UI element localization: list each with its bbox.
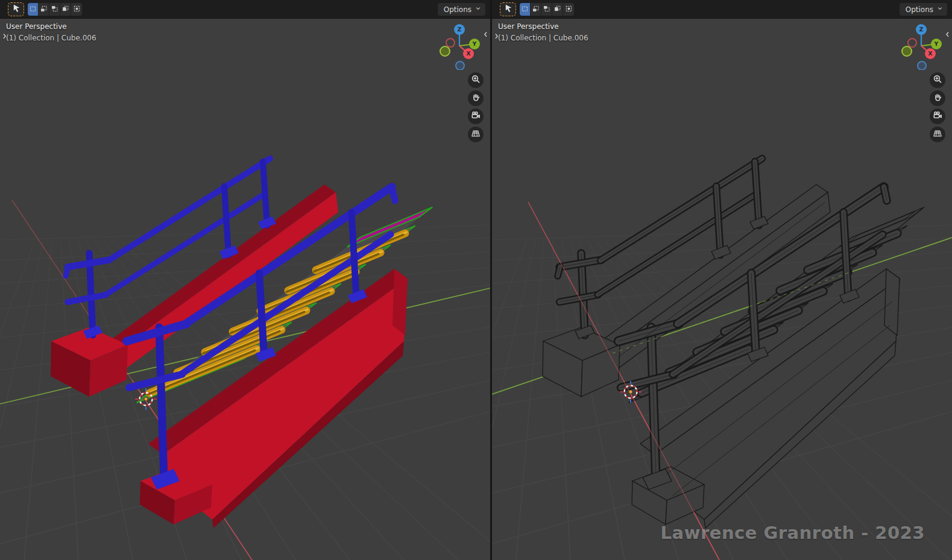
- toggle-projection-button[interactable]: [930, 127, 945, 142]
- select-box-subtract-icon: [51, 4, 58, 15]
- pan-button[interactable]: [930, 90, 945, 106]
- svg-text:Z: Z: [458, 26, 462, 33]
- viewport-pane-wireframe: Options User Perspective (1) Collection …: [492, 0, 952, 560]
- sidebar-expand-arrow[interactable]: [482, 30, 490, 40]
- svg-text:X: X: [928, 50, 933, 57]
- select-box-intersect-button[interactable]: [71, 3, 82, 16]
- svg-text:Y: Y: [472, 40, 477, 47]
- tweak-cursor-icon: [503, 3, 513, 16]
- select-box-subtract-icon: [543, 4, 550, 15]
- camera-view-button[interactable]: [468, 109, 484, 124]
- navigation-gizmo[interactable]: ZYX: [436, 22, 483, 70]
- blender-window: Options User Perspective (1) Collection …: [0, 0, 952, 560]
- select-box-set-button[interactable]: [28, 3, 39, 16]
- sidebar-expand-arrow[interactable]: [944, 30, 951, 40]
- pan-hand-icon: [471, 92, 481, 104]
- toggle-projection-icon: [471, 128, 481, 140]
- select-box-subtract-button[interactable]: [541, 3, 552, 16]
- options-label: Options: [444, 5, 471, 14]
- 3d-viewport-canvas-solid[interactable]: [0, 0, 490, 560]
- select-box-set-icon: [29, 4, 37, 15]
- chevron-right-icon: [1, 32, 8, 43]
- zoom-button[interactable]: [468, 72, 484, 88]
- select-box-extend-icon: [40, 4, 48, 15]
- chevron-right-icon: [493, 32, 500, 43]
- select-box-invert-button[interactable]: [60, 3, 71, 16]
- svg-text:Z: Z: [919, 26, 924, 33]
- options-dropdown[interactable]: Options: [900, 3, 947, 16]
- toolbar-expand-arrow[interactable]: [1, 32, 8, 42]
- camera-view-button[interactable]: [930, 109, 945, 124]
- select-mode-group: [520, 3, 574, 16]
- zoom-icon: [471, 74, 481, 86]
- pan-button[interactable]: [468, 90, 484, 106]
- select-box-intersect-icon: [73, 4, 81, 15]
- chevron-down-icon: [936, 5, 944, 14]
- zoom-icon: [933, 74, 942, 86]
- viewport-header: Options: [0, 0, 490, 19]
- chevron-left-icon: [482, 30, 490, 41]
- svg-text:Y: Y: [934, 40, 939, 47]
- select-box-extend-icon: [532, 4, 540, 15]
- chevron-down-icon: [474, 5, 482, 14]
- select-box-invert-button[interactable]: [552, 3, 563, 16]
- select-box-intersect-icon: [565, 4, 573, 15]
- select-box-set-icon: [521, 4, 529, 15]
- options-dropdown[interactable]: Options: [438, 3, 485, 16]
- select-box-extend-button[interactable]: [531, 3, 541, 16]
- select-box-invert-icon: [61, 4, 69, 15]
- tweak-cursor-icon: [11, 3, 21, 16]
- viewport-pane-solid: Options User Perspective (1) Collection …: [0, 0, 490, 560]
- camera-view-icon: [933, 110, 942, 122]
- svg-text:X: X: [466, 50, 471, 57]
- select-box-extend-button[interactable]: [39, 3, 49, 16]
- pan-hand-icon: [933, 92, 942, 104]
- toggle-projection-button[interactable]: [468, 127, 484, 142]
- tweak-tool-button[interactable]: [500, 2, 516, 16]
- select-box-subtract-button[interactable]: [49, 3, 60, 16]
- chevron-left-icon: [944, 30, 951, 41]
- select-box-invert-icon: [553, 4, 561, 15]
- viewport-nav-controls: [468, 72, 484, 142]
- toolbar-expand-arrow[interactable]: [493, 32, 500, 42]
- navigation-gizmo[interactable]: ZYX: [898, 22, 945, 70]
- options-label: Options: [906, 5, 933, 14]
- camera-view-icon: [471, 110, 481, 122]
- viewport-header: Options: [492, 0, 952, 19]
- tweak-tool-button[interactable]: [8, 2, 24, 16]
- select-box-intersect-button[interactable]: [563, 3, 574, 16]
- toggle-projection-icon: [933, 128, 942, 140]
- select-box-set-button[interactable]: [520, 3, 531, 16]
- zoom-button[interactable]: [930, 72, 945, 88]
- select-mode-group: [28, 3, 82, 16]
- viewport-nav-controls: [930, 72, 945, 142]
- 3d-viewport-canvas-wireframe[interactable]: [492, 0, 952, 560]
